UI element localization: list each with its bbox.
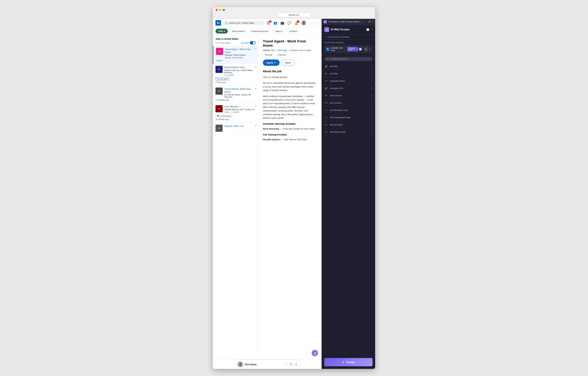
- close-job-3[interactable]: ×: [255, 87, 257, 90]
- template-delete-button[interactable]: 🗑: [364, 47, 368, 51]
- salary-filter[interactable]: Salary ▾: [272, 29, 285, 33]
- history-icon[interactable]: 🕐: [366, 28, 370, 31]
- job-info: Data Analytics Intern Refonte Learning ·…: [224, 66, 256, 76]
- messaging-edit-icon[interactable]: ✏️: [290, 363, 293, 366]
- nav-grid[interactable]: ⋮⋮⋮: [309, 21, 319, 25]
- about-job-title: About the job: [263, 70, 317, 73]
- messaging-icons: ··· ✏️ ∧: [285, 363, 297, 366]
- apply-button[interactable]: Apply ↗: [263, 60, 280, 66]
- nav-home[interactable]: 🏠 5: [266, 21, 271, 25]
- column-name: Company Name: [330, 80, 369, 82]
- close-panel-icon[interactable]: ×: [371, 28, 372, 31]
- pin-icon[interactable]: 📌: [368, 21, 370, 23]
- scrape-button[interactable]: ⚡ Scrape: [324, 358, 372, 366]
- address-bar[interactable]: google.com: [278, 13, 310, 17]
- linkedin-section: in 🔍 🏠 5 👥 💼: [213, 19, 322, 369]
- template-history-button[interactable]: 🕐: [358, 47, 363, 51]
- template-close-button[interactable]: ×: [369, 48, 370, 51]
- time-ago-2: 57 minutes ago: [216, 99, 256, 101]
- check-icon: ✓: [370, 123, 372, 126]
- check-icon: ✓: [370, 116, 372, 119]
- close-job-2[interactable]: ×: [255, 65, 257, 68]
- job-card-data-analytics[interactable]: RL Data Analytics Intern Refonte Learnin…: [213, 64, 258, 85]
- search-input[interactable]: [229, 22, 262, 24]
- messaging-icon: 💬: [287, 21, 291, 25]
- plus-icon: +: [324, 36, 326, 38]
- jobs-list[interactable]: Jobs in United States 5,117,574 results …: [213, 35, 258, 360]
- job-desc-5: Work Remotely — From the Comfort of Your…: [263, 127, 317, 131]
- set-alert-row: 5,117,574 results Set alert: [216, 41, 256, 44]
- column-item-company-name[interactable]: Aa Company Name ✓: [324, 77, 372, 84]
- check-icon: ✓: [370, 94, 372, 97]
- link-icon: 🔗: [324, 86, 328, 90]
- grid-icon: ⋮⋮⋮: [309, 21, 319, 25]
- job-title-link[interactable]: Crew Member ✓: [224, 105, 256, 108]
- new-template-button[interactable]: + + New Scraper Template: [322, 34, 375, 40]
- linkedin-logo[interactable]: in: [216, 20, 221, 26]
- job-info: Travel Agent - Work From Home Destinee T…: [225, 48, 256, 59]
- column-name: Job Title: [330, 73, 369, 75]
- date-posted-filter[interactable]: Date posted ▾: [229, 29, 247, 33]
- job-title-link[interactable]: Travel Agent - Work From Home: [225, 48, 256, 54]
- nav-network[interactable]: 👥: [273, 21, 277, 25]
- job-card-crew-member[interactable]: CH Crew Member ✓ Chipotle Mexican Grill …: [213, 103, 258, 123]
- thunderbit-tab-close[interactable]: ×: [372, 21, 373, 23]
- school-alum-badge: 🎓 1 school alum: [216, 114, 232, 118]
- alert-toggle[interactable]: [250, 41, 256, 44]
- column-name: Job Summary: [330, 124, 369, 126]
- job-company: Refonte Learning · United States (Remote…: [224, 69, 256, 74]
- search-bar[interactable]: 🔍: [223, 21, 264, 25]
- column-item-posted-time[interactable]: Aa Job Posted Time ✓: [324, 128, 372, 136]
- column-item-job-summary[interactable]: Aa Job Summary ✓: [324, 121, 372, 128]
- job-title-link[interactable]: Data Analytics Intern: [224, 66, 256, 69]
- company-logo-refonte: RL: [216, 66, 223, 73]
- job-card-travel-planner[interactable]: GS Travel Planner (Work from home) Go Se…: [213, 85, 258, 103]
- job-details-meta: Atlanta, GA · 1 hour ago · 3 people clic…: [263, 49, 317, 52]
- column-item-company-url[interactable]: 🔗 Company URL ✓: [324, 84, 372, 92]
- save-button[interactable]: Save: [282, 60, 295, 66]
- check-icon: ✓: [370, 72, 372, 75]
- check-icon: ✓: [370, 79, 372, 83]
- nav-avatar[interactable]: 👤: [301, 21, 306, 25]
- column-item-job-url[interactable]: 🔗 Job URL ✓: [324, 63, 372, 70]
- jobs-filter-button[interactable]: Jobs ▾: [216, 29, 228, 33]
- column-name: Company URL: [330, 87, 369, 89]
- fullscreen-button[interactable]: [223, 9, 225, 11]
- close-button[interactable]: [216, 9, 218, 11]
- experience-level-filter[interactable]: Experience level ▾: [249, 29, 271, 33]
- linkedin-header: in 🔍 🏠 5 👥 💼: [213, 19, 321, 27]
- minimize-button[interactable]: [219, 9, 221, 11]
- thunderbit-floating-button[interactable]: ⚡: [312, 350, 318, 356]
- job-company: Go See this World · Detroit, MI (Remote): [224, 94, 256, 98]
- column-item-job-location[interactable]: Aa Job Location ✓: [324, 99, 372, 106]
- nav-jobs[interactable]: 💼: [280, 21, 284, 25]
- check-icon: ✓: [370, 65, 372, 68]
- set-alert-button[interactable]: Set alert: [241, 42, 249, 44]
- job-desc-7: Flexible Options — Part-Time or Full-Tim…: [263, 138, 317, 141]
- column-item-seniority[interactable]: ⊙ Job Seniority Level ✓: [324, 106, 372, 114]
- job-card-hajimari[interactable]: HJ Hajimari Intern, US ×: [213, 123, 258, 134]
- close-job-4[interactable]: ×: [255, 105, 257, 107]
- check-icon: ✓: [370, 109, 372, 112]
- close-job-5[interactable]: ×: [255, 124, 257, 127]
- column-item-employment-type[interactable]: ⊙ Job Employment Type ✓: [324, 114, 372, 121]
- nav-messaging[interactable]: 💬: [287, 21, 291, 25]
- job-location-text: Atlanta, GA: [263, 49, 274, 52]
- job-title-link[interactable]: Travel Planner (Work from home): [224, 87, 256, 93]
- check-icon: ✓: [370, 101, 372, 104]
- job-title-link[interactable]: Hajimari Intern, US: [224, 125, 256, 127]
- column-item-job-title[interactable]: Aa Job Title ✓: [324, 70, 372, 77]
- messaging-dots-icon[interactable]: ···: [285, 363, 287, 366]
- job-card-travel-agent[interactable]: DT Travel Agent - Work From Home Destine…: [213, 46, 258, 64]
- company-logo-travel: DT: [216, 48, 223, 55]
- nav-notifications[interactable]: 🔔 2: [294, 21, 298, 25]
- job-info: Travel Planner (Work from home) Go See t…: [224, 87, 256, 98]
- job-info: Crew Member ✓ Chipotle Mexican Grill · E…: [224, 105, 256, 113]
- messaging-collapse-icon[interactable]: ∧: [295, 363, 297, 366]
- close-job-1[interactable]: ×: [255, 47, 257, 50]
- column-item-job-function[interactable]: Aa Job Function ✓: [324, 92, 372, 99]
- link-icon: 🔗: [324, 64, 328, 68]
- all-filters-button[interactable]: All filters: [287, 29, 300, 33]
- column-name: Job Seniority Level: [330, 109, 369, 111]
- ai-improve-button[interactable]: ✦ + AI Improve Columns: [324, 57, 372, 61]
